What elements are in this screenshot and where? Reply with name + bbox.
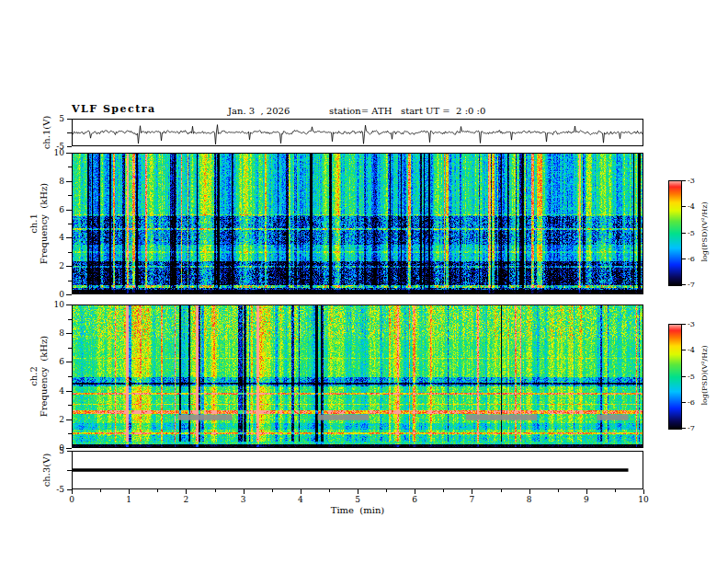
- colorbar-1: [668, 180, 682, 286]
- ch3-voltage-axis-label: ch.3(V): [41, 454, 51, 488]
- y-tick-major: [66, 294, 72, 295]
- y-tick-major: [67, 146, 72, 147]
- x-tick-label: 0: [69, 495, 74, 504]
- x-tick-label: 10: [638, 495, 648, 504]
- y-tick-minor: [68, 405, 72, 406]
- vlf-spectra-figure: VLF Spectra Jan. 3 , 2026 station= ATH s…: [0, 0, 728, 563]
- x-tick-minor: [386, 489, 387, 492]
- x-tick-label: 3: [241, 495, 246, 504]
- ch1-spectrogram-canvas: [73, 154, 643, 293]
- x-tick-label: 9: [584, 495, 589, 504]
- y-tick-major: [66, 266, 72, 267]
- figure-title: VLF Spectra: [72, 103, 156, 115]
- x-tick-major: [186, 489, 187, 494]
- ch1-waveform-panel: [72, 119, 643, 146]
- x-tick-minor: [157, 489, 158, 492]
- ch2-spectrogram-canvas: [73, 305, 643, 447]
- y-tick-major: [66, 333, 72, 334]
- y-tick-major: [67, 132, 72, 133]
- ch1-frequency-axis-label: ch.1 Frequency (kHz): [28, 183, 49, 264]
- y-tick-minor: [68, 348, 72, 349]
- colorbar-tick: [682, 233, 686, 234]
- y-tick-label: 8: [44, 177, 64, 186]
- y-tick-major: [66, 210, 72, 211]
- y-tick-label: 2: [44, 415, 64, 424]
- colorbar-tick-label: -4: [688, 346, 695, 354]
- y-tick-minor: [68, 281, 72, 282]
- ch3-waveform-panel: [72, 451, 643, 489]
- ch1-spectrogram-panel: [72, 153, 643, 294]
- y-tick-major: [66, 153, 72, 154]
- y-tick-label: 5: [44, 114, 64, 123]
- y-tick-label: 4: [44, 233, 64, 242]
- y-tick-minor: [68, 167, 72, 167]
- y-tick-major: [66, 181, 72, 182]
- y-tick-label: 6: [44, 205, 64, 214]
- ch2-frequency-axis-label: ch.2 Frequency (kHz): [28, 336, 49, 417]
- x-tick-major: [72, 489, 73, 494]
- header-start-ut: start UT = 2 :0 :0: [401, 106, 485, 116]
- y-tick-label: 8: [44, 328, 64, 338]
- x-tick-minor: [501, 489, 502, 492]
- time-axis-label: Time (min): [331, 505, 385, 515]
- x-tick-major: [643, 489, 644, 494]
- x-tick-label: 4: [298, 495, 303, 504]
- colorbar-tick-label: -6: [688, 254, 695, 262]
- colorbar-tick: [682, 259, 686, 259]
- header-station: station= ATH: [329, 106, 392, 116]
- y-tick-minor: [68, 319, 72, 320]
- x-tick-label: 5: [355, 495, 360, 504]
- colorbar-tick: [682, 284, 686, 285]
- ch3-waveform-canvas: [73, 452, 643, 488]
- y-tick-label: -5: [44, 142, 64, 151]
- y-tick-major: [66, 419, 72, 420]
- y-tick-minor: [68, 252, 72, 253]
- y-tick-major: [67, 451, 72, 452]
- x-tick-label: 6: [412, 495, 417, 504]
- colorbar-tick-label: -7: [688, 424, 695, 432]
- y-tick-major: [66, 362, 72, 362]
- x-tick-minor: [443, 489, 444, 492]
- colorbar-tick-label: -4: [688, 202, 695, 211]
- x-tick-minor: [215, 489, 216, 492]
- y-tick-major: [67, 489, 72, 490]
- colorbar-tick: [682, 350, 686, 350]
- x-tick-major: [529, 489, 530, 494]
- x-tick-major: [586, 489, 587, 494]
- y-tick-label: 0: [44, 290, 64, 299]
- x-tick-major: [415, 489, 415, 494]
- ch2-spectrogram-panel: [72, 304, 643, 448]
- colorbar-tick-label: -5: [688, 372, 695, 380]
- colorbar-tick-label: -3: [688, 320, 695, 328]
- y-tick-major: [67, 119, 72, 120]
- x-tick-minor: [615, 489, 616, 492]
- colorbar-tick: [682, 376, 686, 377]
- ch1-waveform-canvas: [73, 120, 643, 145]
- x-tick-major: [301, 489, 301, 494]
- y-tick-major: [67, 470, 72, 471]
- header-date: Jan. 3 , 2026: [228, 106, 290, 116]
- colorbar-tick: [682, 402, 686, 403]
- x-tick-label: 2: [184, 495, 189, 504]
- y-tick-label: -5: [44, 485, 64, 494]
- x-tick-major: [129, 489, 130, 494]
- colorbar-tick: [682, 180, 686, 181]
- x-tick-label: 8: [527, 495, 532, 504]
- x-tick-minor: [272, 489, 273, 492]
- colorbar-tick-label: -6: [688, 397, 695, 406]
- x-tick-major: [244, 489, 245, 494]
- y-tick-minor: [68, 224, 72, 224]
- y-tick-minor: [68, 195, 72, 196]
- y-tick-label: 5: [44, 446, 64, 455]
- x-tick-minor: [558, 489, 559, 492]
- x-tick-major: [472, 489, 472, 494]
- y-tick-major: [66, 448, 72, 449]
- y-tick-major: [66, 304, 72, 305]
- x-tick-minor: [100, 489, 101, 492]
- x-tick-label: 7: [470, 495, 475, 504]
- colorbar-1-label: log(PSD)(V²/Hz): [700, 201, 709, 261]
- colorbar-tick-label: -3: [688, 177, 695, 185]
- colorbar-tick-label: -5: [688, 228, 695, 236]
- y-tick-label: 6: [44, 357, 64, 366]
- x-tick-major: [358, 489, 358, 494]
